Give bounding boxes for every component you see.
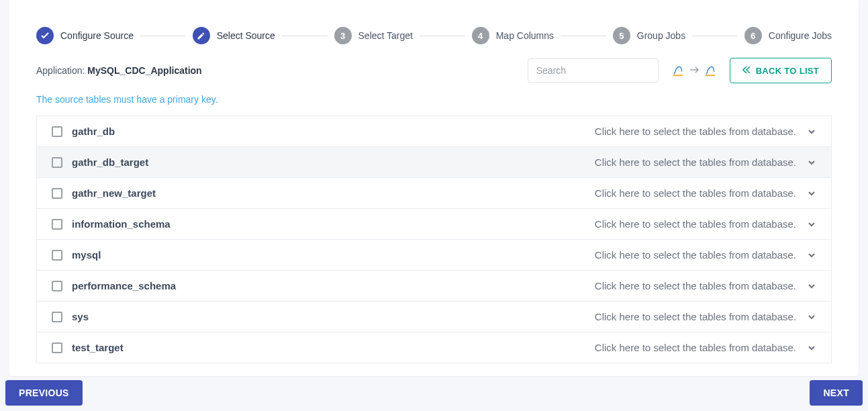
step-connector — [561, 36, 606, 36]
select-tables-hint[interactable]: Click here to select the tables from dat… — [595, 342, 796, 353]
database-row[interactable]: gathr_db_targetClick here to select the … — [36, 147, 832, 178]
database-name: sys — [72, 311, 89, 322]
previous-button[interactable]: PREVIOUS — [5, 380, 83, 406]
checkbox[interactable] — [52, 126, 62, 137]
stepper: Configure SourceSelect Source3Select Tar… — [9, 0, 859, 58]
chevron-down-icon[interactable] — [807, 343, 816, 353]
step-label: Select Target — [358, 30, 413, 41]
checkbox[interactable] — [52, 188, 62, 199]
checkbox[interactable] — [52, 342, 62, 353]
database-name: gathr_db — [72, 126, 115, 137]
chevron-down-icon[interactable] — [807, 220, 816, 229]
chevron-down-icon[interactable] — [807, 189, 816, 198]
chevron-left-double-icon — [742, 66, 751, 76]
database-row[interactable]: mysqlClick here to select the tables fro… — [36, 240, 832, 271]
database-name: gathr_new_target — [72, 187, 156, 199]
step-circle: 4 — [472, 27, 489, 44]
database-name: information_schema — [72, 218, 171, 230]
connection-icons — [671, 63, 718, 78]
step-label: Configure Jobs — [769, 30, 832, 41]
step-connector — [420, 36, 465, 36]
select-tables-hint[interactable]: Click here to select the tables from dat… — [595, 249, 796, 261]
select-tables-hint[interactable]: Click here to select the tables from dat… — [595, 311, 796, 322]
check-icon — [40, 31, 50, 40]
database-row[interactable]: performance_schemaClick here to select t… — [36, 271, 832, 302]
step-label: Select Source — [217, 30, 275, 41]
database-row[interactable]: gathr_dbClick here to select the tables … — [36, 116, 832, 147]
database-row[interactable]: sysClick here to select the tables from … — [36, 302, 832, 332]
application-label: Application: MySQL_CDC_Application — [36, 65, 202, 76]
step-5[interactable]: 5Group Jobs — [613, 27, 685, 44]
select-tables-hint[interactable]: Click here to select the tables from dat… — [595, 156, 796, 168]
application-name: MySQL_CDC_Application — [87, 65, 201, 76]
pencil-icon — [197, 32, 205, 40]
step-connector — [140, 36, 186, 36]
step-4[interactable]: 4Map Columns — [472, 27, 554, 44]
next-button[interactable]: NEXT — [810, 380, 863, 406]
back-to-list-button[interactable]: BACK TO LIST — [730, 58, 832, 83]
source-db-icon — [671, 63, 685, 78]
step-2[interactable]: Select Source — [193, 27, 275, 44]
step-3[interactable]: 3Select Target — [334, 27, 413, 44]
select-tables-hint[interactable]: Click here to select the tables from dat… — [595, 126, 796, 137]
checkbox[interactable] — [52, 250, 62, 261]
wizard-footer: PREVIOUS NEXT — [0, 380, 868, 406]
chevron-down-icon[interactable] — [807, 158, 816, 167]
checkbox[interactable] — [52, 312, 62, 322]
database-name: gathr_db_target — [72, 156, 148, 168]
chevron-down-icon[interactable] — [807, 312, 816, 322]
step-circle: 5 — [613, 27, 630, 44]
back-to-list-label: BACK TO LIST — [756, 66, 819, 76]
step-connector — [692, 36, 738, 36]
database-list: gathr_dbClick here to select the tables … — [9, 116, 859, 363]
step-label: Group Jobs — [637, 30, 685, 41]
database-name: test_target — [72, 342, 124, 353]
step-circle — [36, 27, 54, 44]
arrow-right-icon — [689, 66, 699, 75]
database-name: mysql — [72, 249, 101, 261]
database-row[interactable]: gathr_new_targetClick here to select the… — [36, 178, 832, 209]
checkbox[interactable] — [52, 219, 62, 230]
checkbox[interactable] — [52, 157, 62, 168]
database-row[interactable]: test_targetClick here to select the tabl… — [36, 332, 832, 363]
search-input[interactable] — [528, 58, 659, 83]
step-1[interactable]: Configure Source — [36, 27, 134, 44]
target-db-icon — [703, 63, 718, 78]
chevron-down-icon[interactable] — [807, 250, 816, 260]
info-text: The source tables must have a primary ke… — [9, 90, 859, 116]
step-circle — [193, 27, 210, 44]
chevron-down-icon[interactable] — [807, 281, 816, 291]
database-row[interactable]: information_schemaClick here to select t… — [36, 209, 832, 240]
application-prefix: Application: — [36, 65, 87, 76]
step-circle: 3 — [334, 27, 352, 44]
select-tables-hint[interactable]: Click here to select the tables from dat… — [595, 218, 796, 230]
database-name: performance_schema — [72, 280, 176, 291]
chevron-down-icon[interactable] — [807, 127, 816, 136]
checkbox[interactable] — [52, 281, 62, 291]
step-label: Map Columns — [496, 30, 554, 41]
step-6[interactable]: 6Configure Jobs — [744, 27, 832, 44]
step-connector — [282, 36, 328, 36]
header-row: Application: MySQL_CDC_Application BAC — [9, 58, 859, 90]
select-tables-hint[interactable]: Click here to select the tables from dat… — [595, 187, 796, 199]
select-tables-hint[interactable]: Click here to select the tables from dat… — [595, 280, 796, 291]
step-label: Configure Source — [60, 30, 134, 41]
step-circle: 6 — [744, 27, 762, 44]
